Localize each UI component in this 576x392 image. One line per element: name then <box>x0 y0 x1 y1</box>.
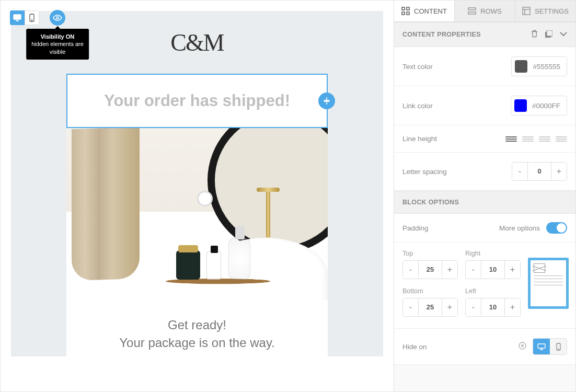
link-color-picker[interactable]: #0000FF <box>511 96 567 116</box>
preview-toolbar: Visibility ON hidden elements are visibl… <box>10 10 65 26</box>
block-options-header: BLOCK OPTIONS <box>394 191 575 214</box>
delete-content-button[interactable] <box>531 30 538 39</box>
color-value: #555555 <box>533 63 560 71</box>
stepper-value[interactable]: 10 <box>481 298 504 316</box>
tab-label: SETTINGS <box>535 7 569 15</box>
stepper-increase[interactable]: + <box>551 163 567 180</box>
svg-rect-9 <box>468 8 476 10</box>
svg-rect-11 <box>523 7 530 15</box>
desktop-preview-button[interactable] <box>10 10 25 25</box>
tooltip-title: Visibility ON <box>31 33 84 40</box>
chevron-down-icon <box>560 32 567 37</box>
rows-icon <box>468 7 476 15</box>
tooltip-line: visible <box>31 48 84 55</box>
clear-hide-button[interactable] <box>519 342 526 351</box>
svg-rect-7 <box>402 12 405 15</box>
mobile-preview-button[interactable] <box>25 10 39 25</box>
stepper-decrease[interactable]: - <box>403 261 419 279</box>
duplicate-icon <box>545 30 552 38</box>
panel-tabs: CONTENT ROWS SETTINGS <box>394 1 575 22</box>
tab-settings[interactable]: SETTINGS <box>515 1 575 21</box>
stepper-increase[interactable]: + <box>442 298 457 316</box>
stepper-value[interactable]: 25 <box>419 261 442 279</box>
subtitle-block[interactable]: Get ready! Your package is on the way. <box>66 301 328 356</box>
desktop-icon <box>537 343 546 350</box>
stepper-value[interactable]: 0 <box>528 163 551 180</box>
padding-bottom-field: Bottom - 25 + <box>402 287 458 317</box>
property-label: Link color <box>402 102 433 110</box>
line-height-xloose[interactable] <box>556 136 567 142</box>
grid-icon <box>401 7 410 15</box>
desktop-icon <box>13 14 21 21</box>
email-canvas[interactable]: C&M Your order has shipped! <box>11 11 383 356</box>
field-label: Top <box>402 250 458 257</box>
section-title: CONTENT PROPERTIES <box>402 31 481 38</box>
padding-right-stepper: - 10 + <box>465 260 521 279</box>
headline-text: Your order has shipped! <box>104 91 290 110</box>
stepper-increase[interactable]: + <box>442 261 457 279</box>
stepper-decrease[interactable]: - <box>466 298 481 316</box>
stepper-decrease[interactable]: - <box>466 261 481 279</box>
svg-rect-6 <box>407 7 409 10</box>
collapse-button[interactable] <box>560 31 567 38</box>
svg-point-2 <box>31 20 32 20</box>
stepper-increase[interactable]: + <box>504 298 520 316</box>
padding-controls: Top - 25 + Right - 10 + <box>394 243 575 329</box>
link-color-row: Link color #0000FF <box>394 86 575 125</box>
duplicate-content-button[interactable] <box>545 30 552 39</box>
move-icon <box>322 97 331 105</box>
line-height-normal[interactable] <box>522 136 534 142</box>
padding-bottom-stepper: - 25 + <box>402 298 458 317</box>
tab-rows[interactable]: ROWS <box>455 1 515 21</box>
text-color-row: Text color #555555 <box>394 47 575 86</box>
eye-icon <box>53 15 62 21</box>
letter-spacing-stepper: - 0 + <box>512 162 567 181</box>
stepper-decrease[interactable]: - <box>512 163 528 180</box>
svg-rect-10 <box>468 12 476 14</box>
canvas-area: Visibility ON hidden elements are visibl… <box>1 1 394 391</box>
color-swatch <box>514 99 527 112</box>
line-height-tight[interactable] <box>505 136 517 142</box>
trash-icon <box>531 30 538 38</box>
stepper-decrease[interactable]: - <box>403 298 419 316</box>
mobile-icon <box>29 14 34 22</box>
field-label: Bottom <box>402 287 458 295</box>
tab-content[interactable]: CONTENT <box>394 1 455 21</box>
more-options-toggle[interactable] <box>546 222 567 234</box>
hide-on-toggle <box>533 338 567 355</box>
hide-on-desktop[interactable] <box>533 339 550 354</box>
padding-preview <box>528 258 569 309</box>
tab-label: ROWS <box>480 7 501 15</box>
color-value: #0000FF <box>532 102 560 110</box>
line-height-row: Line height <box>394 125 575 153</box>
hide-on-row: Hide on <box>394 329 575 365</box>
padding-left-stepper: - 10 + <box>465 298 521 317</box>
settings-icon <box>522 7 531 15</box>
stepper-value[interactable]: 10 <box>481 261 504 279</box>
line-height-loose[interactable] <box>539 136 550 142</box>
svg-rect-0 <box>14 15 21 19</box>
padding-left-field: Left - 10 + <box>465 287 521 317</box>
padding-top-stepper: - 25 + <box>402 260 458 279</box>
line-height-options <box>505 136 567 142</box>
brand-logo: C&M <box>170 29 223 56</box>
image-block[interactable] <box>66 128 328 301</box>
color-swatch <box>515 60 527 73</box>
svg-rect-8 <box>407 12 409 15</box>
move-handle[interactable] <box>318 93 335 109</box>
svg-rect-15 <box>538 344 545 348</box>
property-label: Hide on <box>402 343 427 351</box>
tooltip-line: hidden elements are <box>31 40 84 48</box>
panel-scroll[interactable]: CONTENT PROPERTIES Text color #555555 <box>394 22 575 391</box>
svg-point-3 <box>56 17 59 19</box>
selected-text-block[interactable]: Your order has shipped! <box>66 74 328 128</box>
padding-right-field: Right - 10 + <box>465 250 521 279</box>
stepper-increase[interactable]: + <box>504 261 520 279</box>
hide-on-mobile[interactable] <box>550 339 567 354</box>
text-color-picker[interactable]: #555555 <box>511 56 567 76</box>
property-label: Text color <box>402 63 433 71</box>
visibility-toggle-button[interactable]: Visibility ON hidden elements are visibl… <box>50 10 65 26</box>
field-label: Right <box>465 250 521 257</box>
svg-point-17 <box>558 349 559 349</box>
stepper-value[interactable]: 25 <box>419 298 442 316</box>
